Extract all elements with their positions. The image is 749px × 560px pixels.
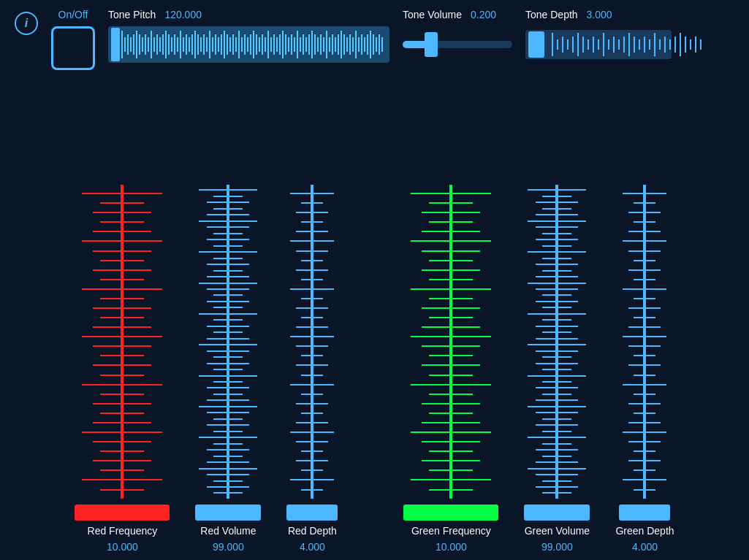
onoff-section: On/Off	[51, 9, 95, 70]
tone-depth-track[interactable]	[525, 30, 672, 59]
tone-pitch-track[interactable]	[108, 26, 389, 63]
red-volume-group: Red Volume 99.000	[195, 185, 261, 553]
tone-depth-handle[interactable]	[528, 31, 544, 58]
green-depth-slider[interactable]	[619, 185, 670, 521]
tone-volume-track[interactable]	[403, 41, 512, 48]
green-frequency-group: Green Frequency 10.000	[403, 185, 498, 553]
red-frequency-value: 10.000	[107, 541, 138, 553]
tone-depth-value: 3.000	[587, 9, 612, 20]
tone-pitch-slider-container	[108, 26, 389, 63]
tone-volume-label-row: Tone Volume 0.200	[403, 9, 512, 20]
green-volume-value: 99.000	[541, 541, 573, 553]
green-depth-handle[interactable]	[619, 505, 670, 521]
onoff-label: On/Off	[58, 9, 88, 20]
tone-depth-label-row: Tone Depth 3.000	[525, 9, 672, 20]
red-frequency-handle[interactable]	[75, 505, 170, 521]
red-volume-handle[interactable]	[195, 505, 261, 521]
tone-volume-value: 0.200	[471, 9, 496, 20]
tone-volume-slider-container	[403, 26, 512, 63]
red-depth-slider[interactable]	[286, 185, 338, 521]
green-volume-slider[interactable]	[524, 185, 590, 521]
green-depth-group: Green Depth 4.000	[615, 185, 674, 553]
top-bar: i On/Off Tone Pitch 120.000	[0, 0, 749, 99]
red-depth-handle[interactable]	[286, 505, 338, 521]
main-sliders-area: Red Frequency 10.000 Red Volume 99.000 R…	[0, 99, 749, 560]
tone-depth-label: Tone Depth	[525, 9, 578, 20]
green-volume-group: Green Volume 99.000	[524, 185, 590, 553]
red-frequency-slider[interactable]	[75, 185, 170, 521]
tone-volume-section: Tone Volume 0.200	[403, 9, 512, 63]
tone-pitch-value: 120.000	[164, 9, 202, 20]
red-depth-name: Red Depth	[288, 525, 337, 537]
tone-depth-slider-container	[525, 26, 672, 63]
red-volume-slider[interactable]	[195, 185, 261, 521]
red-volume-value: 99.000	[213, 541, 244, 553]
onoff-button[interactable]	[51, 26, 95, 70]
tone-volume-label: Tone Volume	[403, 9, 462, 20]
green-frequency-name: Green Frequency	[411, 525, 491, 537]
red-volume-name: Red Volume	[200, 525, 256, 537]
tone-volume-handle[interactable]	[425, 32, 438, 57]
red-depth-group: Red Depth 4.000	[286, 185, 338, 553]
red-depth-value: 4.000	[300, 541, 325, 553]
tone-pitch-label: Tone Pitch	[108, 9, 156, 20]
green-depth-value: 4.000	[632, 541, 658, 553]
app-container: i On/Off Tone Pitch 120.000	[0, 0, 749, 560]
green-volume-handle[interactable]	[524, 505, 590, 521]
tone-depth-section: Tone Depth 3.000	[525, 9, 672, 63]
red-frequency-name: Red Frequency	[88, 525, 158, 537]
info-button[interactable]: i	[15, 12, 38, 35]
green-volume-name: Green Volume	[525, 525, 590, 537]
green-frequency-value: 10.000	[436, 541, 467, 553]
green-frequency-handle[interactable]	[403, 505, 498, 521]
red-frequency-group: Red Frequency 10.000	[75, 185, 170, 553]
green-frequency-slider[interactable]	[403, 185, 498, 521]
pitch-handle[interactable]	[111, 28, 120, 61]
tone-pitch-label-row: Tone Pitch 120.000	[108, 9, 389, 20]
green-depth-name: Green Depth	[615, 525, 674, 537]
tone-pitch-section: Tone Pitch 120.000	[108, 9, 389, 63]
